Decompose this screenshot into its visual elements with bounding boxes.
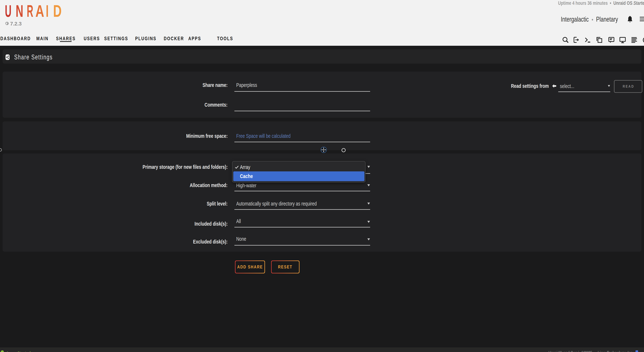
svg-text:U: U: [5, 5, 12, 17]
svg-text:R: R: [27, 5, 33, 17]
svg-text:D: D: [53, 5, 62, 17]
svg-text:A: A: [36, 5, 44, 17]
svg-text:I: I: [46, 5, 49, 17]
svg-text:N: N: [16, 5, 23, 17]
